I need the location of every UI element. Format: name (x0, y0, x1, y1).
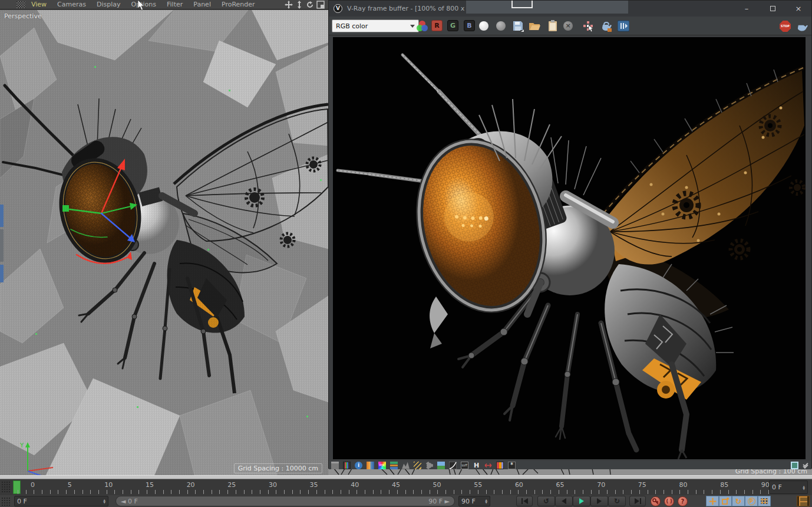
menubar-grip-icon[interactable] (16, 1, 25, 8)
render-preview-icon[interactable] (797, 496, 810, 506)
previous-key-button[interactable]: ↺ (537, 496, 555, 506)
icc-profile-icon[interactable] (496, 462, 504, 469)
timeline-ticks (18, 490, 771, 494)
maximize-icon (770, 6, 775, 11)
channel-dropdown[interactable]: RGB color (332, 19, 419, 32)
grid-spacing-label-background: Grid Spacing : 100 cm (735, 469, 807, 475)
info-icon[interactable]: i (355, 462, 362, 469)
autokey-button[interactable]: ( ) (664, 496, 674, 506)
vray-frame-buffer-window: V V-Ray frame buffer - [100% of 800 x 70… (328, 0, 812, 469)
menu-prorender[interactable]: ProRender (222, 1, 255, 8)
rendered-image[interactable] (333, 37, 806, 459)
range-start-handle[interactable]: ◄ 0 F (121, 498, 138, 505)
ab-compare-icon[interactable] (618, 20, 629, 32)
panel-icon[interactable] (331, 462, 339, 469)
next-key-button[interactable]: ↻ (608, 496, 626, 506)
viewport-rotate-icon[interactable] (306, 1, 314, 9)
close-button[interactable]: × (785, 1, 811, 17)
spinner-arrows-icon[interactable]: ▲▼ (803, 485, 805, 490)
frame-spinner-right[interactable]: 0 F ▲▼ (769, 480, 808, 494)
keyframe-selection-button[interactable]: ? (678, 496, 688, 506)
menu-options[interactable]: Options (131, 1, 156, 8)
viewport-move-icon[interactable] (285, 1, 293, 9)
background-image-icon[interactable] (437, 462, 445, 469)
timeline-ruler[interactable]: 05 1015 2025 3035 4045 5055 6065 7075 80… (0, 479, 812, 495)
spinner-arrows-icon[interactable]: ▲▼ (103, 499, 105, 503)
play-button[interactable] (573, 496, 590, 506)
scale-icon (722, 498, 729, 505)
animation-transport-bar: 0 F ▲▼ ◄ 0 F 90 F ► 90 F ▲▼ ↺ ↻ ( ) ? (0, 495, 812, 507)
clear-image-icon[interactable]: × (563, 21, 573, 31)
sharpen-icon[interactable]: * (508, 462, 516, 469)
previous-frame-button[interactable] (555, 496, 573, 506)
perspective-viewport[interactable]: Y Perspective Grid Spacing : 10000 cm (0, 10, 328, 475)
range-end-handle[interactable]: 90 F ► (428, 498, 450, 505)
viewport-menubar: View Cameras Display Options Filter Pane… (0, 0, 328, 9)
vray-logo-icon: V (334, 4, 342, 13)
monochrome-icon[interactable] (496, 21, 506, 31)
record-keyframe-button[interactable] (651, 496, 661, 506)
menu-panel[interactable]: Panel (193, 1, 211, 8)
pixel-aspect-icon[interactable] (484, 462, 492, 469)
window-behind-button (511, 1, 533, 8)
next-frame-button[interactable] (590, 496, 608, 506)
go-to-end-button[interactable] (629, 496, 646, 506)
position-icon (709, 498, 717, 505)
viewport-scene: Y (0, 10, 328, 475)
end-frame-spinner[interactable]: 90 F ▲▼ (458, 496, 490, 506)
timeline-scrollbar[interactable] (0, 475, 812, 479)
current-frame-value: 0 F (17, 498, 27, 505)
record-scale-toggle[interactable] (719, 496, 732, 506)
save-image-icon[interactable] (512, 20, 524, 32)
record-rotation-toggle[interactable]: ↻ (732, 496, 745, 506)
green-channel-button[interactable]: G (447, 20, 458, 31)
viewport-toggle-icon[interactable] (316, 1, 325, 9)
track-mouse-icon[interactable] (582, 20, 594, 32)
timeline-grip[interactable] (1, 481, 11, 493)
maximize-button[interactable] (760, 1, 785, 17)
open-folder-icon[interactable] (529, 20, 540, 32)
menu-display[interactable]: Display (97, 1, 121, 8)
force-clamp-icon[interactable] (367, 462, 374, 469)
clipboard-icon[interactable] (548, 20, 557, 32)
curve-balance-icon[interactable] (414, 462, 421, 469)
menu-cameras[interactable]: Cameras (57, 1, 86, 8)
record-position-toggle[interactable] (706, 496, 719, 506)
render-last-icon[interactable] (600, 20, 612, 32)
viewport-zoom-icon[interactable] (295, 1, 303, 9)
camera-label[interactable]: Perspective (4, 12, 42, 20)
current-frame-spinner[interactable]: 0 F ▲▼ (14, 496, 108, 506)
pla-dots-icon (761, 498, 768, 504)
minimize-button[interactable]: – (734, 1, 760, 17)
left-dock-strip (0, 265, 4, 282)
stop-render-button[interactable]: STOP (780, 21, 791, 32)
lut-icon[interactable]: LUT (461, 462, 468, 469)
region-render-icon[interactable] (791, 462, 798, 469)
levels-icon[interactable] (402, 462, 410, 469)
denoiser-icon[interactable] (425, 462, 433, 469)
rgb-channels-icon[interactable] (417, 20, 428, 32)
record-pla-toggle[interactable] (758, 496, 771, 506)
curves-icon[interactable] (449, 462, 457, 469)
record-parameter-toggle[interactable]: P (745, 496, 758, 506)
timeline-tick-labels: 05 1015 2025 3035 4045 5055 6065 7075 80… (31, 481, 770, 489)
color-balance-icon[interactable] (390, 462, 398, 469)
blue-channel-button[interactable]: B (464, 20, 475, 31)
vfb-titlebar[interactable]: V V-Ray frame buffer - [100% of 800 x 70… (329, 1, 811, 17)
vfb-toolbar: RGB color R G B × (329, 17, 811, 35)
spinner-arrows-icon[interactable]: ▲▼ (485, 499, 487, 503)
chevron-down-icon (410, 25, 415, 28)
red-channel-button[interactable]: R (431, 20, 443, 31)
color-corrections-icon[interactable] (343, 462, 351, 469)
preview-range-slider[interactable]: ◄ 0 F 90 F ► (115, 496, 455, 506)
transport-grip[interactable] (1, 497, 11, 507)
menu-view[interactable]: View (31, 1, 47, 8)
menu-filter[interactable]: Filter (167, 1, 183, 8)
histogram-h-icon[interactable]: H (473, 462, 480, 469)
go-to-start-button[interactable] (516, 496, 533, 506)
axis-y-label: Y (19, 442, 24, 449)
alpha-channel-icon[interactable] (479, 21, 488, 31)
render-button[interactable] (797, 22, 809, 34)
expand-chevrons-icon[interactable] (803, 463, 808, 468)
hsl-icon[interactable]: HSL (378, 462, 386, 469)
